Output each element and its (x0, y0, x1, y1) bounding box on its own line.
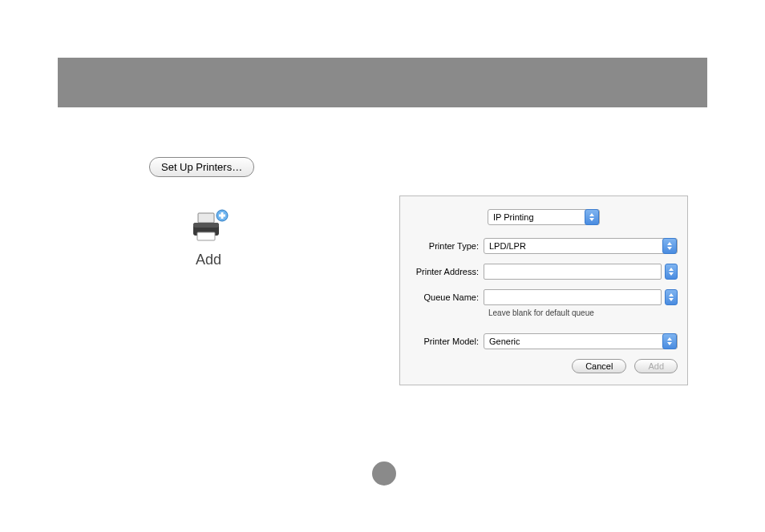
page-number-dot (372, 461, 396, 486)
printer-address-input[interactable] (484, 264, 662, 280)
printer-type-dropdown[interactable]: LPD/LPR (484, 238, 678, 254)
svg-rect-6 (219, 215, 225, 217)
history-arrows-icon[interactable] (665, 289, 678, 305)
history-arrows-icon[interactable] (665, 264, 678, 280)
queue-hint-text: Leave blank for default queue (488, 308, 678, 317)
add-button: Add (634, 359, 678, 373)
svg-rect-3 (197, 232, 215, 240)
dropdown-arrows-icon (585, 209, 599, 225)
setup-printers-button[interactable]: Set Up Printers… (149, 157, 254, 177)
cancel-button[interactable]: Cancel (572, 359, 626, 373)
add-printer-toolbar-item[interactable]: Add (180, 208, 237, 268)
printer-address-label: Printer Address: (410, 267, 484, 276)
printer-type-label: Printer Type: (410, 241, 484, 251)
queue-name-input[interactable] (484, 289, 662, 305)
printer-add-icon (188, 208, 229, 247)
printer-model-label: Printer Model: (410, 337, 484, 346)
ip-printing-dialog: IP Printing Printer Type: LPD/LPR Printe… (399, 195, 688, 385)
printer-type-value: LPD/LPR (489, 241, 526, 251)
connection-type-dropdown[interactable]: IP Printing (488, 209, 600, 225)
printer-model-dropdown[interactable]: Generic (484, 333, 678, 349)
svg-rect-0 (198, 213, 214, 223)
header-bar (58, 58, 707, 107)
connection-type-value: IP Printing (493, 212, 534, 222)
printer-model-value: Generic (489, 337, 520, 346)
dropdown-arrows-icon (662, 333, 677, 349)
queue-name-label: Queue Name: (410, 292, 484, 302)
svg-rect-2 (193, 223, 219, 228)
add-icon-label: Add (180, 252, 237, 268)
dropdown-arrows-icon (662, 238, 677, 254)
